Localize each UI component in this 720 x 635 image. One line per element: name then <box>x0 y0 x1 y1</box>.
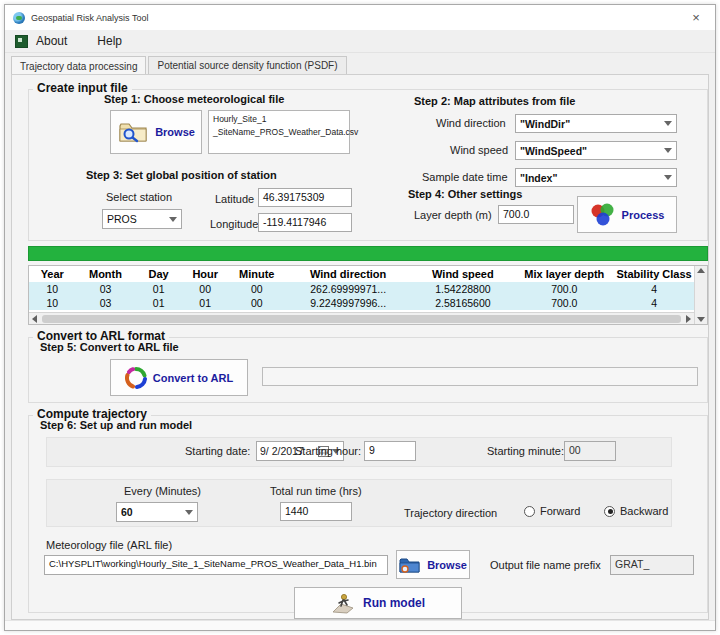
convert-cycle-icon <box>125 367 147 389</box>
wind-speed-value: "WindSpeed" <box>520 145 664 157</box>
met-file-line1: Hourly_Site_1 <box>213 113 345 126</box>
total-run-time-field[interactable]: 1440 <box>280 502 352 521</box>
step1-title: Step 1: Choose meteorological file <box>104 93 284 105</box>
col-stability-class[interactable]: Stability Class <box>614 266 694 282</box>
cell: 10 <box>29 296 76 310</box>
station-value: PROS <box>107 213 169 225</box>
sample-date-time-label: Sample date time <box>422 171 508 183</box>
cell: 1.54228800 <box>411 282 514 296</box>
trajectory-direction-label: Trajectory direction <box>404 507 497 519</box>
run-model-icon <box>331 592 357 614</box>
layer-depth-label: Layer depth (m) <box>414 209 492 221</box>
col-hour[interactable]: Hour <box>182 266 229 282</box>
wind-direction-value: "WindDir" <box>520 118 664 130</box>
choose-met-file-browse-button[interactable]: Browse <box>110 110 202 154</box>
chevron-down-icon <box>664 121 672 126</box>
cell: 01 <box>135 296 182 310</box>
sample-date-time-value: "Index" <box>520 172 664 184</box>
cell: 01 <box>135 282 182 296</box>
col-mix-layer-depth[interactable]: Mix layer depth <box>514 266 614 282</box>
scroll-left-icon[interactable] <box>32 315 37 323</box>
longitude-label: Longitude <box>210 218 258 230</box>
table-row[interactable]: 10 03 01 01 00 9.2249997996... 2.5816560… <box>29 296 694 310</box>
starting-hour-field[interactable]: 9 <box>364 441 416 461</box>
cell: 2.58165600 <box>411 296 514 310</box>
weather-data-table-body: Year Month Day Hour Minute Wind directio… <box>29 266 694 324</box>
cell: 700.0 <box>514 296 614 310</box>
cell: 00 <box>182 282 229 296</box>
step6-title: Step 6: Set up and run model <box>40 419 192 431</box>
starting-minute-field[interactable]: 00 <box>564 441 616 461</box>
tab-trajectory-data-processing[interactable]: Trajectory data processing <box>11 56 146 75</box>
starting-minute-label: Starting minute: <box>487 445 564 457</box>
met-file-line2: _SiteName_PROS_Weather_Data.csv <box>213 126 345 139</box>
cell: 03 <box>76 282 136 296</box>
sample-date-time-select[interactable]: "Index" <box>515 168 677 187</box>
step4-title: Step 4: Other settings <box>408 188 522 200</box>
layer-depth-field[interactable]: 700.0 <box>498 205 574 224</box>
wind-speed-select[interactable]: "WindSpeed" <box>515 141 677 160</box>
choose-met-file-browse-label: Browse <box>155 126 195 138</box>
cell: 03 <box>76 296 136 310</box>
arl-browse-button[interactable]: Browse <box>396 550 470 579</box>
app-window: Geospatial Risk Analysis Tool × About He… <box>4 4 716 631</box>
rgb-circles-icon <box>590 203 616 227</box>
app-icon <box>13 12 25 24</box>
menu-app-icon <box>15 35 28 48</box>
scroll-right-icon[interactable] <box>686 315 691 323</box>
step3-title: Step 3: Set global position of station <box>86 169 277 181</box>
cell: 4 <box>614 282 694 296</box>
wind-direction-label: Wind direction <box>436 117 506 129</box>
longitude-field[interactable]: -119.4117946 <box>258 213 352 232</box>
tab-strip: Trajectory data processing Potential sou… <box>11 54 709 74</box>
convert-to-arl-button[interactable]: Convert to ARL <box>110 359 248 396</box>
wind-direction-select[interactable]: "WindDir" <box>515 114 677 133</box>
col-minute[interactable]: Minute <box>228 266 285 282</box>
select-station-label: Select station <box>106 191 172 203</box>
starting-hour-label: Starting hour: <box>295 445 361 457</box>
col-month[interactable]: Month <box>76 266 136 282</box>
station-select[interactable]: PROS <box>102 209 182 229</box>
cell: 00 <box>228 282 285 296</box>
scroll-up-icon[interactable] <box>697 268 705 273</box>
met-arl-file-field[interactable]: C:\HYSPLIT\working\Hourly_Site_1_SiteNam… <box>44 555 388 575</box>
cell: 4 <box>614 296 694 310</box>
tab-psdf[interactable]: Potential source density function (PSDF) <box>148 56 346 74</box>
menu-about[interactable]: About <box>34 32 77 50</box>
forward-radio[interactable]: Forward <box>524 505 580 517</box>
col-wind-speed[interactable]: Wind speed <box>411 266 514 282</box>
step2-title: Step 2: Map attributes from file <box>414 95 575 107</box>
cell: 700.0 <box>514 282 614 296</box>
every-minutes-value: 60 <box>121 506 185 518</box>
starting-date-label: Starting date: <box>185 445 250 457</box>
scrollbar-thumb[interactable] <box>42 315 681 323</box>
col-year[interactable]: Year <box>29 266 76 282</box>
cell: 10 <box>29 282 76 296</box>
radio-selected-icon <box>604 506 615 517</box>
table-row[interactable]: 10 03 01 00 00 262.69999971... 1.5422880… <box>29 282 694 296</box>
total-run-time-label: Total run time (hrs) <box>270 485 362 497</box>
close-button[interactable]: × <box>685 10 707 25</box>
output-prefix-label: Output file name prefix <box>490 559 601 571</box>
cell: 01 <box>182 296 229 310</box>
every-minutes-select[interactable]: 60 <box>116 502 198 522</box>
forward-radio-label: Forward <box>540 505 580 517</box>
process-button[interactable]: Process <box>577 196 677 233</box>
horizontal-scrollbar[interactable] <box>29 312 694 324</box>
latitude-field[interactable]: 46.39175309 <box>258 188 352 207</box>
cell: 00 <box>228 296 285 310</box>
radio-unselected-icon <box>524 506 535 517</box>
output-prefix-field[interactable]: GRAT_ <box>610 555 694 575</box>
col-wind-direction[interactable]: Wind direction <box>285 266 411 282</box>
backward-radio[interactable]: Backward <box>604 505 668 517</box>
step5-title: Step 5: Convert to ARL file <box>40 341 179 353</box>
every-minutes-label: Every (Minutes) <box>124 485 201 497</box>
wind-speed-label: Wind speed <box>450 144 508 156</box>
scroll-down-icon[interactable] <box>697 317 705 322</box>
process-button-label: Process <box>622 209 665 221</box>
convert-progress-bar <box>262 367 698 386</box>
run-model-button[interactable]: Run model <box>294 587 462 619</box>
col-day[interactable]: Day <box>135 266 182 282</box>
vertical-scrollbar[interactable] <box>694 266 707 324</box>
menu-help[interactable]: Help <box>95 32 132 50</box>
